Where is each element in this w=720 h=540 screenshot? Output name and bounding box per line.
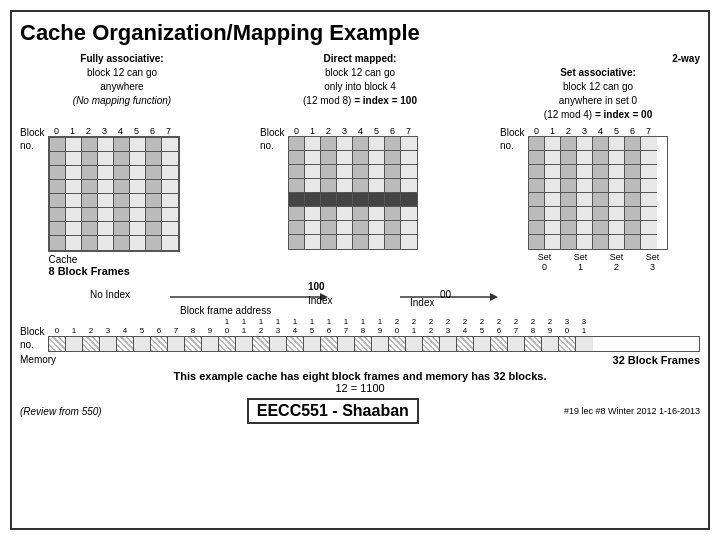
num-row-3: 0 1 2 3 4 5 6 7: [528, 126, 668, 136]
memory-grid: [48, 336, 700, 352]
cache-grid-2: [288, 136, 418, 250]
index-label-2: Index: [410, 297, 434, 308]
bottom-line2: 12 = 1100: [20, 382, 700, 394]
index-100-label: 100: [308, 281, 325, 292]
mem-block-frames: 32 Block Frames: [613, 354, 700, 366]
main-container: Cache Organization/Mapping Example Fully…: [10, 10, 710, 530]
bottom-line1: This example cache has eight block frame…: [20, 370, 700, 382]
mem-num-row2: 01234567890123456789012345678901: [48, 326, 700, 335]
footer-row: (Review from 550) EECC551 - Shaaban #19 …: [20, 398, 700, 424]
index-label-1: Index: [308, 295, 332, 306]
direct-mapped-block: Direct mapped: block 12 can go only into…: [258, 52, 462, 122]
top-description: Fully associative: block 12 can go anywh…: [20, 52, 700, 122]
fully-assoc-line2: anywhere: [20, 80, 224, 94]
memory-label: Memory: [20, 354, 56, 366]
block-no-label-1: Blockno.: [20, 126, 44, 152]
block-no-label-3: Blockno.: [500, 126, 524, 152]
no-index-label: No Index: [90, 289, 130, 300]
fully-assoc-line1: block 12 can go: [20, 66, 224, 80]
cache-grid-3: [528, 136, 668, 250]
fully-associative-block: Fully associative: block 12 can go anywh…: [20, 52, 224, 122]
fully-assoc-diagram: Blockno. 0 1 2 3 4 5 6 7: [20, 126, 220, 277]
two-way-line3: (12 mod 4) = index = 00: [496, 108, 700, 122]
mem-num-row1: 1111111111222222222233: [48, 317, 700, 326]
footer-info: #19 lec #8 Winter 2012 1-16-2013: [564, 406, 700, 416]
direct-line3: (12 mod 8) = index = 100: [258, 94, 462, 108]
svg-marker-3: [490, 293, 498, 301]
two-way-sub: Set associative:: [496, 66, 700, 80]
direct-header: Direct mapped:: [258, 52, 462, 66]
arrows-row: No Index 100 Index 00 Index Block frame …: [20, 279, 700, 315]
two-way-header: 2-way: [496, 52, 700, 66]
two-way-block: 2-way Set associative: block 12 can go a…: [496, 52, 700, 122]
page-title: Cache Organization/Mapping Example: [20, 20, 700, 46]
block-frame-address: Block frame address: [180, 305, 271, 316]
direct-mapped-diagram: Blockno. 0 1 2 3 4 5 6 7: [260, 126, 460, 277]
num-row-2: 0 1 2 3 4 5 6 7: [288, 126, 418, 136]
two-way-line2: anywhere in set 0: [496, 94, 700, 108]
cache-diagrams-row: Blockno. 0 1 2 3 4 5 6 7: [20, 126, 700, 277]
fully-assoc-note: (No mapping function): [20, 94, 224, 108]
block-no-mem-label: Blockno.: [20, 325, 44, 351]
fully-assoc-header: Fully associative:: [20, 52, 224, 66]
two-way-line1: block 12 can go: [496, 80, 700, 94]
cache-label-1: Cache: [48, 254, 180, 265]
review-label: (Review from 550): [20, 406, 102, 417]
two-way-diagram: Blockno. 0 1 2 3 4 5 6 7 Set: [500, 126, 700, 277]
block-no-label-2: Blockno.: [260, 126, 284, 152]
index-00-label: 00: [440, 289, 451, 300]
block-frames-label-1: 8 Block Frames: [48, 265, 180, 277]
direct-line2: only into block 4: [258, 80, 462, 94]
eecc-box: EECC551 - Shaaban: [247, 398, 419, 424]
cache-grid-1: [48, 136, 180, 252]
memory-section: Blockno. 1111111111222222222233 01234567…: [20, 317, 700, 366]
direct-line1: block 12 can go: [258, 66, 462, 80]
num-row-1: 0 1 2 3 4 5 6 7: [48, 126, 180, 136]
set-labels-row: Set0 Set1 Set2 Set3: [528, 252, 668, 272]
